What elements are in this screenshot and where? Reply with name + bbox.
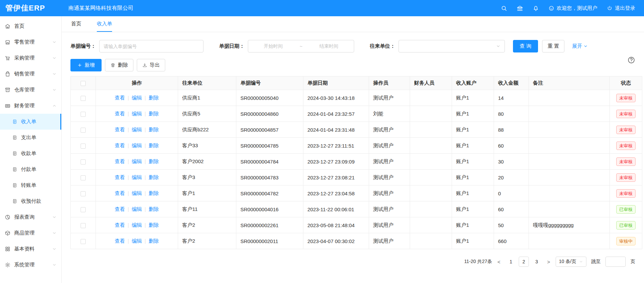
search-icon[interactable] (501, 5, 507, 12)
bank-icon[interactable] (517, 5, 523, 12)
page-number-2[interactable]: 2 (519, 257, 529, 267)
page-number-1[interactable]: 1 (506, 257, 516, 267)
sidebar-item-expense[interactable]: 支出单 (0, 130, 61, 146)
row-select-cell (71, 154, 96, 170)
cell-date: 2023-11-22 00:06:01 (303, 201, 369, 217)
row-action-edit[interactable]: 编辑 (132, 111, 142, 116)
row-checkbox[interactable] (81, 159, 86, 165)
row-action-view[interactable]: 查看 (115, 95, 125, 101)
sidebar-item-income[interactable]: 收入单 (0, 114, 61, 130)
cell-finance-staff (410, 154, 452, 170)
row-action-view[interactable]: 查看 (115, 206, 125, 212)
row-action-view[interactable]: 查看 (115, 190, 125, 196)
row-action-delete[interactable]: 删除 (149, 222, 159, 228)
table-header-row: 操作往来单位单据编号单据日期操作员财务人员收入账户收入金额备注状态 (71, 77, 642, 90)
row-action-delete[interactable]: 删除 (149, 174, 159, 180)
cell-remark (529, 201, 610, 217)
row-action-edit[interactable]: 编辑 (132, 174, 142, 180)
page-size-select[interactable]: 10 条/页 (556, 257, 586, 267)
row-checkbox[interactable] (81, 207, 86, 212)
select-all-checkbox[interactable] (81, 81, 86, 86)
action-separator: | (145, 222, 146, 228)
cell-date: 2023-04-07 00:30:02 (303, 233, 369, 249)
bill-no-input[interactable] (104, 44, 199, 49)
partner-select[interactable] (399, 40, 505, 52)
sidebar-item-report[interactable]: 报表查询 (0, 209, 61, 225)
row-checkbox[interactable] (81, 191, 86, 196)
row-action-edit[interactable]: 编辑 (132, 158, 142, 164)
row-action-delete[interactable]: 删除 (149, 158, 159, 164)
sidebar-item-finance[interactable]: 财务管理 (0, 98, 61, 114)
sidebar-item-payment[interactable]: 付款单 (0, 161, 61, 177)
reset-button[interactable]: 重 置 (542, 40, 564, 52)
row-action-view[interactable]: 查看 (115, 158, 125, 164)
sidebar-item-retail[interactable]: 零售管理 (0, 34, 61, 50)
jump-page-input[interactable] (605, 257, 626, 267)
next-page-button[interactable]: > (546, 259, 551, 265)
tab-home[interactable]: 首页 (71, 16, 81, 32)
trash-icon (110, 63, 115, 68)
sidebar-item-label: 仓库管理 (14, 87, 52, 93)
delete-button[interactable]: 删除 (105, 59, 133, 71)
row-checkbox[interactable] (81, 223, 86, 228)
row-action-edit[interactable]: 编辑 (132, 190, 142, 196)
row-action-delete[interactable]: 删除 (149, 206, 159, 212)
add-button[interactable]: 新增 (70, 59, 102, 71)
top-header: 管伊佳ERP 南通某某网络科技有限公司 欢迎您，测试用户 退出登录 (0, 0, 644, 16)
row-action-view[interactable]: 查看 (115, 127, 125, 132)
sidebar-item-basic[interactable]: 基本资料 (0, 241, 61, 257)
row-action-edit[interactable]: 编辑 (132, 95, 142, 101)
welcome-user[interactable]: 欢迎您，测试用户 (549, 5, 597, 12)
row-action-view[interactable]: 查看 (115, 222, 125, 228)
cell-status: 未审核 (610, 106, 642, 122)
sidebar-item-warehouse[interactable]: 仓库管理 (0, 82, 61, 98)
date-label: 单据日期： (219, 43, 244, 49)
row-action-delete[interactable]: 删除 (149, 111, 159, 116)
sidebar-item-receipt[interactable]: 收款单 (0, 146, 61, 161)
sidebar-item-purchase[interactable]: 采购管理 (0, 50, 61, 66)
row-action-delete[interactable]: 删除 (149, 95, 159, 101)
column-header-7: 收入金额 (494, 77, 529, 90)
row-action-view[interactable]: 查看 (115, 111, 125, 116)
row-checkbox[interactable] (81, 128, 86, 133)
page-number-3[interactable]: 3 (532, 257, 542, 267)
row-action-edit[interactable]: 编辑 (132, 238, 142, 244)
row-action-view[interactable]: 查看 (115, 143, 125, 148)
sidebar-item-system[interactable]: 系统管理 (0, 257, 61, 273)
sidebar-item-advance[interactable]: 收预付款 (0, 193, 61, 209)
row-action-delete[interactable]: 删除 (149, 127, 159, 132)
row-action-view[interactable]: 查看 (115, 238, 125, 244)
search-submit-button[interactable]: 查 询 (513, 40, 538, 52)
row-action-delete[interactable]: 删除 (149, 143, 159, 148)
doc-icon (12, 167, 17, 172)
sidebar-item-sales[interactable]: 销售管理 (0, 66, 61, 82)
row-checkbox[interactable] (81, 175, 86, 180)
cell-partner: 客户33 (178, 138, 236, 154)
sidebar-item-goods[interactable]: 商品管理 (0, 225, 61, 241)
row-checkbox[interactable] (81, 144, 86, 149)
table-row: 查看|编辑|删除供应商5SR000000048602024-01-04 23:3… (71, 106, 642, 122)
sidebar-item-transfer[interactable]: 转账单 (0, 177, 61, 193)
cell-amount: 20 (494, 170, 529, 186)
prev-page-button[interactable]: < (497, 259, 501, 265)
row-checkbox[interactable] (81, 112, 86, 117)
row-action-edit[interactable]: 编辑 (132, 143, 142, 148)
row-action-delete[interactable]: 删除 (149, 190, 159, 196)
row-action-edit[interactable]: 编辑 (132, 127, 142, 132)
date-range-picker[interactable]: 开始时间 ~ 结束时间 (248, 40, 354, 52)
row-checkbox[interactable] (81, 239, 86, 244)
sidebar-item-home[interactable]: 首页 (0, 18, 61, 34)
tab-income[interactable]: 收入单 (97, 16, 112, 32)
row-action-delete[interactable]: 删除 (149, 238, 159, 244)
row-action-edit[interactable]: 编辑 (132, 222, 142, 228)
row-action-view[interactable]: 查看 (115, 174, 125, 180)
jump-label: 跳至 (591, 259, 601, 265)
row-checkbox[interactable] (81, 96, 86, 101)
expand-toggle[interactable]: 展开 (572, 43, 588, 49)
bell-icon[interactable] (533, 5, 539, 12)
logout-button[interactable]: 退出登录 (607, 5, 635, 12)
cell-status: 未审核 (610, 90, 642, 106)
export-button[interactable]: 导出 (137, 59, 165, 71)
row-action-edit[interactable]: 编辑 (132, 206, 142, 212)
help-icon[interactable] (627, 56, 635, 64)
